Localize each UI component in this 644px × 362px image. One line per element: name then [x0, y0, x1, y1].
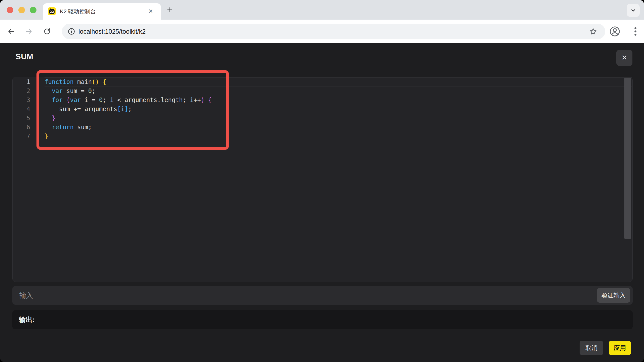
reload-button-icon[interactable]: [42, 26, 53, 37]
tab-strip: 22 K2 驱动控制台 ✕: [0, 0, 644, 20]
page-title: SUM: [16, 49, 33, 65]
line-number: 3: [13, 96, 30, 105]
output-panel: 输出:: [12, 310, 633, 329]
close-panel-button[interactable]: ✕: [616, 50, 632, 66]
browser-window: 22 K2 驱动控制台 ✕ localhost:1025/toolki: [0, 0, 644, 362]
line-number: 5: [13, 114, 30, 123]
line-number: 2: [13, 86, 30, 96]
kimi-k2-favicon-icon: 22: [48, 7, 56, 15]
apply-button[interactable]: 应用: [609, 341, 631, 355]
window-zoom-button[interactable]: [30, 7, 36, 13]
editor-scrollbar-thumb[interactable]: [624, 78, 631, 239]
new-tab-button[interactable]: [164, 4, 176, 16]
forward-button-icon[interactable]: [23, 26, 34, 37]
tab-title: K2 驱动控制台: [60, 3, 96, 20]
output-label: 输出:: [19, 310, 35, 329]
cancel-button[interactable]: 取消: [580, 341, 603, 355]
url-text: localhost:1025/toolkit/k2: [78, 24, 146, 39]
test-input-field[interactable]: [19, 286, 588, 305]
k2-console-page: SUM ✕ 1function main() {2 var sum = 0;3 …: [0, 43, 644, 362]
url-bar[interactable]: localhost:1025/toolkit/k2: [62, 24, 605, 39]
browser-menu-icon[interactable]: [629, 25, 641, 37]
line-number: 6: [13, 123, 30, 132]
window-minimize-button[interactable]: [18, 7, 25, 13]
browser-tab[interactable]: 22 K2 驱动控制台 ✕: [43, 3, 161, 20]
red-annotation-box: [36, 70, 229, 150]
profile-avatar-icon[interactable]: [609, 25, 621, 37]
bookmark-star-icon[interactable]: [589, 27, 597, 35]
line-number: 7: [13, 132, 30, 141]
svg-text:22: 22: [50, 10, 54, 14]
validate-input-button[interactable]: 验证输入: [597, 288, 630, 303]
tab-search-chevron-button[interactable]: [627, 4, 640, 17]
line-number: 4: [13, 105, 30, 114]
back-button-icon[interactable]: [6, 26, 17, 37]
input-row: 验证输入: [12, 286, 633, 305]
site-info-icon[interactable]: [67, 27, 75, 35]
window-close-button[interactable]: [7, 7, 13, 13]
footer-divider: [0, 334, 644, 334]
browser-toolbar: localhost:1025/toolkit/k2: [0, 20, 644, 43]
line-number: 1: [13, 77, 30, 86]
tab-close-icon[interactable]: ✕: [147, 8, 154, 15]
